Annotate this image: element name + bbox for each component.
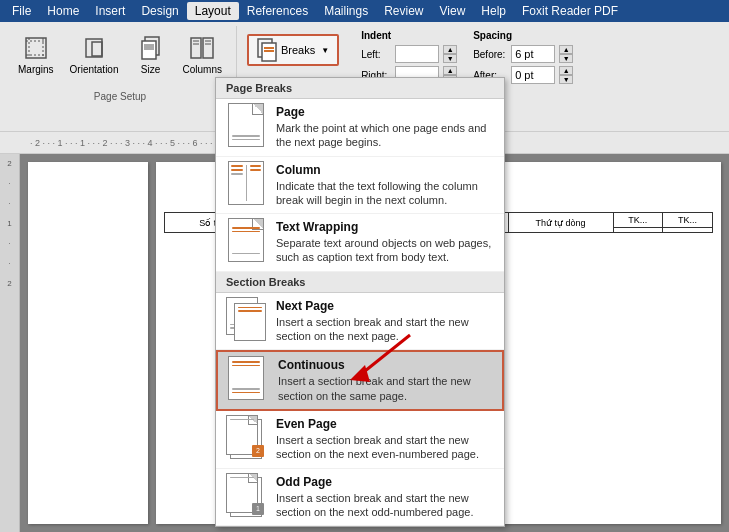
menu-review[interactable]: Review [376, 2, 431, 20]
break-evenpage-item[interactable]: 2 Even Page Insert a section break and s… [216, 411, 504, 469]
indent-label: Indent [361, 30, 457, 41]
nextpage-break-desc: Insert a section break and start the new… [276, 315, 494, 344]
evenpage-break-text: Even Page Insert a section break and sta… [276, 417, 494, 462]
col-tk1: TK... [613, 213, 663, 228]
nextpage-break-text: Next Page Insert a section break and sta… [276, 299, 494, 344]
col-tk1-sub [613, 228, 663, 233]
spacing-after-up[interactable]: ▲ [559, 66, 573, 75]
breaks-icon [257, 38, 277, 62]
page-breaks-header: Page Breaks [216, 78, 504, 99]
size-button[interactable]: Size [129, 30, 173, 77]
indent-left-spinner[interactable]: ▲ ▼ [443, 45, 457, 63]
indent-left-up[interactable]: ▲ [443, 45, 457, 54]
indent-left-input[interactable] [395, 45, 439, 63]
page-break-title: Page [276, 105, 494, 119]
continuous-break-title: Continuous [278, 358, 492, 372]
orientation-button[interactable]: Orientation [64, 30, 125, 77]
menu-references[interactable]: References [239, 2, 316, 20]
orientation-icon [78, 32, 110, 64]
breaks-chevron: ▼ [321, 46, 329, 55]
margins-label: Margins [18, 64, 54, 75]
continuous-break-text: Continuous Insert a section break and st… [278, 358, 492, 403]
page-left [28, 162, 148, 524]
spacing-after-input[interactable] [511, 66, 555, 84]
spacing-before-label: Before: [473, 49, 507, 60]
indent-right-up[interactable]: ▲ [443, 66, 457, 75]
spacing-label: Spacing [473, 30, 573, 41]
menu-layout[interactable]: Layout [187, 2, 239, 20]
column-break-icon [226, 163, 266, 203]
menu-design[interactable]: Design [133, 2, 186, 20]
menu-mailings[interactable]: Mailings [316, 2, 376, 20]
textwrap-break-icon [226, 220, 266, 260]
column-break-desc: Indicate that the text following the col… [276, 179, 494, 208]
oddpage-break-title: Odd Page [276, 475, 494, 489]
ruler-left: 2·· 1·· 2 [0, 154, 20, 532]
spacing-before-input[interactable] [511, 45, 555, 63]
orientation-label: Orientation [70, 64, 119, 75]
breaks-button[interactable]: Breaks ▼ [247, 34, 339, 66]
page-break-icon [226, 105, 266, 145]
page-setup-label: Page Setup [94, 91, 146, 102]
indent-group: Indent Left: ▲ ▼ Right: ▲ ▼ [361, 30, 457, 84]
column-break-text: Column Indicate that the text following … [276, 163, 494, 208]
evenpage-break-title: Even Page [276, 417, 494, 431]
svg-rect-8 [142, 41, 156, 59]
col-tk2: TK... [663, 213, 713, 228]
section-breaks-header: Section Breaks [216, 272, 504, 293]
oddpage-break-icon: 1 [226, 475, 266, 515]
continuous-break-desc: Insert a section break and start the new… [278, 374, 492, 403]
breaks-dropdown: Page Breaks Page Mark the point at which… [215, 77, 505, 527]
ribbon: Margins Orientation [0, 22, 729, 132]
columns-label: Columns [183, 64, 222, 75]
columns-icon [186, 32, 218, 64]
margins-icon [20, 32, 52, 64]
break-column-item[interactable]: Column Indicate that the text following … [216, 157, 504, 215]
ribbon-group-page-setup: Margins Orientation [4, 26, 237, 106]
col-tk2-sub [663, 228, 713, 233]
breaks-section: Breaks ▼ [237, 26, 349, 74]
indent-left-down[interactable]: ▼ [443, 54, 457, 63]
size-icon [135, 32, 167, 64]
break-continuous-item[interactable]: Continuous Insert a section break and st… [216, 350, 504, 411]
textwrap-break-text: Text Wrapping Separate text around objec… [276, 220, 494, 265]
menu-bar: File Home Insert Design Layout Reference… [0, 0, 729, 22]
spacing-before-down[interactable]: ▼ [559, 54, 573, 63]
spacing-before-spinner[interactable]: ▲ ▼ [559, 45, 573, 63]
size-label: Size [141, 64, 160, 75]
svg-rect-6 [92, 42, 102, 56]
spacing-before-up[interactable]: ▲ [559, 45, 573, 54]
nextpage-break-icon [226, 299, 266, 339]
break-page-item[interactable]: Page Mark the point at which one page en… [216, 99, 504, 157]
page-break-text: Page Mark the point at which one page en… [276, 105, 494, 150]
nextpage-break-title: Next Page [276, 299, 494, 313]
menu-view[interactable]: View [432, 2, 474, 20]
col-thu-tu: Thứ tự dòng [508, 213, 613, 233]
spacing-after-spinner[interactable]: ▲ ▼ [559, 66, 573, 84]
menu-home[interactable]: Home [39, 2, 87, 20]
break-textwrap-item[interactable]: Text Wrapping Separate text around objec… [216, 214, 504, 272]
textwrap-break-desc: Separate text around objects on web page… [276, 236, 494, 265]
margins-button[interactable]: Margins [12, 30, 60, 77]
evenpage-break-desc: Insert a section break and start the new… [276, 433, 494, 462]
page-setup-buttons: Margins Orientation [12, 30, 228, 77]
continuous-break-icon [228, 358, 268, 398]
menu-help[interactable]: Help [473, 2, 514, 20]
odd-num-badge: 1 [252, 503, 264, 515]
break-oddpage-item[interactable]: 1 Odd Page Insert a section break and st… [216, 469, 504, 527]
indent-left-label: Left: [361, 49, 391, 60]
breaks-label: Breaks [281, 44, 315, 56]
page-break-desc: Mark the point at which one page ends an… [276, 121, 494, 150]
spacing-group: Spacing Before: ▲ ▼ After: ▲ ▼ [473, 30, 573, 84]
menu-file[interactable]: File [4, 2, 39, 20]
even-num-badge: 2 [252, 445, 264, 457]
break-nextpage-item[interactable]: Next Page Insert a section break and sta… [216, 293, 504, 351]
columns-button[interactable]: Columns [177, 30, 228, 77]
menu-insert[interactable]: Insert [87, 2, 133, 20]
textwrap-break-title: Text Wrapping [276, 220, 494, 234]
spacing-after-down[interactable]: ▼ [559, 75, 573, 84]
oddpage-break-desc: Insert a section break and start the new… [276, 491, 494, 520]
menu-foxit[interactable]: Foxit Reader PDF [514, 2, 626, 20]
evenpage-break-icon: 2 [226, 417, 266, 457]
column-break-title: Column [276, 163, 494, 177]
